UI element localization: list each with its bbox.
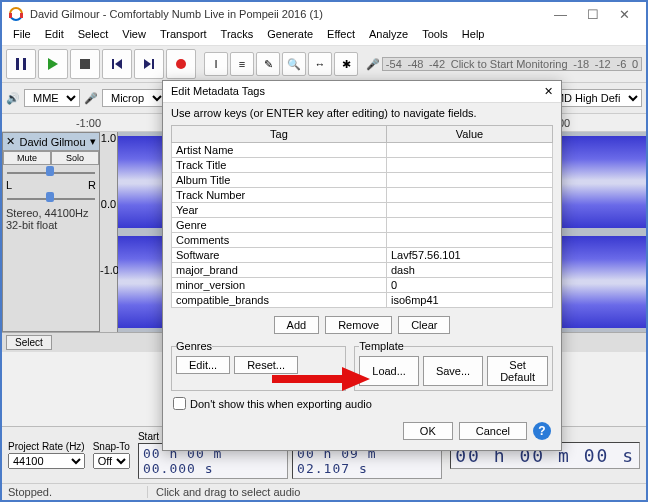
multi-tool-icon[interactable]: ✱ bbox=[334, 52, 358, 76]
table-row[interactable]: Track Title bbox=[172, 158, 553, 173]
template-legend: Template bbox=[359, 340, 404, 352]
tag-cell[interactable]: Track Number bbox=[172, 188, 387, 203]
track-menu-chevron-icon[interactable]: ▾ bbox=[90, 135, 96, 148]
menu-analyze[interactable]: Analyze bbox=[362, 26, 415, 45]
maximize-button[interactable]: ☐ bbox=[577, 5, 609, 24]
menu-tracks[interactable]: Tracks bbox=[214, 26, 261, 45]
genres-legend: Genres bbox=[176, 340, 212, 352]
track-name[interactable]: David Gilmou bbox=[19, 136, 85, 148]
snap-to-select[interactable]: Off bbox=[93, 453, 130, 469]
clear-button[interactable]: Clear bbox=[398, 316, 450, 334]
svg-point-7 bbox=[176, 59, 186, 69]
tag-cell[interactable]: major_brand bbox=[172, 263, 387, 278]
template-setdefault-button[interactable]: Set Default bbox=[487, 356, 548, 386]
audio-host-select[interactable]: MME bbox=[24, 89, 80, 107]
track-format-info: Stereo, 44100Hz32-bit float bbox=[3, 205, 99, 233]
table-row[interactable]: Genre bbox=[172, 218, 553, 233]
window-titlebar: David Gilmour - Comfortably Numb Live in… bbox=[2, 2, 646, 26]
col-tag: Tag bbox=[172, 126, 387, 143]
tag-cell[interactable]: Year bbox=[172, 203, 387, 218]
gain-slider[interactable] bbox=[3, 165, 99, 179]
table-row[interactable]: minor_version0 bbox=[172, 278, 553, 293]
value-cell[interactable] bbox=[386, 173, 552, 188]
pause-button[interactable] bbox=[6, 49, 36, 79]
add-button[interactable]: Add bbox=[274, 316, 320, 334]
cancel-button[interactable]: Cancel bbox=[459, 422, 527, 440]
table-row[interactable]: major_branddash bbox=[172, 263, 553, 278]
value-cell[interactable] bbox=[386, 218, 552, 233]
value-cell[interactable] bbox=[386, 158, 552, 173]
track-control-panel: ✕David Gilmou▾ MuteSolo LR Stereo, 44100… bbox=[2, 132, 100, 332]
value-cell[interactable]: iso6mp41 bbox=[386, 293, 552, 308]
table-row[interactable]: Comments bbox=[172, 233, 553, 248]
template-save-button[interactable]: Save... bbox=[423, 356, 483, 386]
tag-cell[interactable]: compatible_brands bbox=[172, 293, 387, 308]
dialog-close-icon[interactable]: ✕ bbox=[544, 85, 553, 98]
mic-icon: 🎤 bbox=[84, 92, 98, 105]
record-button[interactable] bbox=[166, 49, 196, 79]
table-row[interactable]: Track Number bbox=[172, 188, 553, 203]
ok-button[interactable]: OK bbox=[403, 422, 453, 440]
solo-button[interactable]: Solo bbox=[51, 151, 99, 165]
value-cell[interactable]: dash bbox=[386, 263, 552, 278]
menu-select[interactable]: Select bbox=[71, 26, 116, 45]
transport-toolbar: I ≡ ✎ 🔍 ↔ ✱ 🎤 -54-48-42Click to Start Mo… bbox=[2, 46, 646, 83]
svg-rect-3 bbox=[23, 58, 26, 70]
track-close-x[interactable]: ✕ bbox=[6, 135, 15, 148]
tag-cell[interactable]: minor_version bbox=[172, 278, 387, 293]
metadata-table: TagValue Artist NameTrack TitleAlbum Tit… bbox=[171, 125, 553, 308]
menu-transport[interactable]: Transport bbox=[153, 26, 214, 45]
menu-help[interactable]: Help bbox=[455, 26, 492, 45]
zoom-tool-icon[interactable]: 🔍 bbox=[282, 52, 306, 76]
metadata-dialog: Edit Metadata Tags✕ Use arrow keys (or E… bbox=[162, 80, 562, 451]
stop-button[interactable] bbox=[70, 49, 100, 79]
value-cell[interactable] bbox=[386, 188, 552, 203]
minimize-button[interactable]: — bbox=[544, 5, 577, 24]
remove-button[interactable]: Remove bbox=[325, 316, 392, 334]
mute-button[interactable]: Mute bbox=[3, 151, 51, 165]
play-button[interactable] bbox=[38, 49, 68, 79]
value-cell[interactable]: 0 bbox=[386, 278, 552, 293]
selection-tool-icon[interactable]: I bbox=[204, 52, 228, 76]
draw-tool-icon[interactable]: ✎ bbox=[256, 52, 280, 76]
recording-meter[interactable]: -54-48-42Click to Start Monitoring-18-12… bbox=[382, 57, 642, 71]
table-row[interactable]: Artist Name bbox=[172, 143, 553, 158]
value-cell[interactable] bbox=[386, 233, 552, 248]
value-cell[interactable] bbox=[386, 203, 552, 218]
dont-show-label: Don't show this when exporting audio bbox=[190, 398, 372, 410]
table-row[interactable]: Album Title bbox=[172, 173, 553, 188]
menu-generate[interactable]: Generate bbox=[260, 26, 320, 45]
skip-end-button[interactable] bbox=[134, 49, 164, 79]
tag-cell[interactable]: Artist Name bbox=[172, 143, 387, 158]
menu-tools[interactable]: Tools bbox=[415, 26, 455, 45]
svg-rect-5 bbox=[112, 59, 114, 69]
menu-effect[interactable]: Effect bbox=[320, 26, 362, 45]
table-row[interactable]: SoftwareLavf57.56.101 bbox=[172, 248, 553, 263]
tag-cell[interactable]: Genre bbox=[172, 218, 387, 233]
dont-show-checkbox[interactable] bbox=[173, 397, 186, 410]
timeshift-tool-icon[interactable]: ↔ bbox=[308, 52, 332, 76]
tag-cell[interactable]: Album Title bbox=[172, 173, 387, 188]
tag-cell[interactable]: Track Title bbox=[172, 158, 387, 173]
genres-edit-button[interactable]: Edit... bbox=[176, 356, 230, 374]
svg-rect-1 bbox=[20, 13, 23, 18]
table-row[interactable]: compatible_brandsiso6mp41 bbox=[172, 293, 553, 308]
value-cell[interactable]: Lavf57.56.101 bbox=[386, 248, 552, 263]
tag-cell[interactable]: Comments bbox=[172, 233, 387, 248]
recording-device-select[interactable]: Microp bbox=[102, 89, 166, 107]
help-icon[interactable]: ? bbox=[533, 422, 551, 440]
close-button[interactable]: ✕ bbox=[609, 5, 640, 24]
value-cell[interactable] bbox=[386, 143, 552, 158]
envelope-tool-icon[interactable]: ≡ bbox=[230, 52, 254, 76]
project-rate-label: Project Rate (Hz) bbox=[8, 441, 85, 452]
table-row[interactable]: Year bbox=[172, 203, 553, 218]
track-select-button[interactable]: Select bbox=[6, 335, 52, 350]
menu-file[interactable]: File bbox=[6, 26, 38, 45]
pan-slider[interactable] bbox=[3, 191, 99, 205]
project-rate-select[interactable]: 44100 bbox=[8, 453, 85, 469]
svg-rect-2 bbox=[16, 58, 19, 70]
skip-start-button[interactable] bbox=[102, 49, 132, 79]
menu-edit[interactable]: Edit bbox=[38, 26, 71, 45]
menu-view[interactable]: View bbox=[115, 26, 153, 45]
tag-cell[interactable]: Software bbox=[172, 248, 387, 263]
